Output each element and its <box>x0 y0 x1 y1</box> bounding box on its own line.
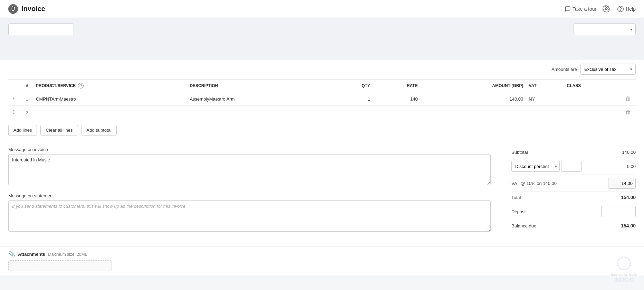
amounts-select-wrap: Exclusive of Tax Inclusive of Tax Tax Ex… <box>580 64 636 75</box>
row-num: 2 <box>21 106 33 119</box>
vat-row: VAT @ 10% on 140.00 <box>511 175 636 192</box>
header: ⏱ Invoice Take a tour Help <box>0 0 644 18</box>
col-vat: VAT <box>526 79 564 92</box>
discount-row: Discount percent Discount value 0.00 <box>511 158 636 175</box>
balance-due-value: 154.00 <box>621 223 636 228</box>
top-form-left <box>8 24 74 35</box>
help-label: Help <box>626 6 636 12</box>
help-icon <box>617 6 624 12</box>
delete-row-button[interactable]: 🗑 <box>623 95 633 103</box>
discount-select-wrap: Discount percent Discount value <box>511 161 560 172</box>
col-qty: QTY <box>333 79 373 92</box>
row-num: 1 <box>21 92 33 106</box>
header-left: ⏱ Invoice <box>8 4 45 14</box>
product-help-icon[interactable]: ? <box>78 83 84 88</box>
discount-value: 0.00 <box>627 164 636 169</box>
row-qty <box>333 106 373 119</box>
drag-handle[interactable]: ⠿ <box>11 96 17 102</box>
message-on-statement-input[interactable] <box>8 200 491 232</box>
invoice-table: # PRODUCT/SERVICE ? DESCRIPTION QTY RATE… <box>8 79 636 119</box>
row-vat: NY <box>526 92 564 106</box>
message-on-invoice-group: Message on invoice Interested in Music <box>8 147 491 186</box>
tour-icon <box>565 6 571 12</box>
col-num: # <box>21 79 33 92</box>
row-amount: 140.00 <box>421 92 526 106</box>
subtotal-value: 140.00 <box>622 150 636 155</box>
total-value: 154.00 <box>621 195 636 200</box>
col-product: PRODUCT/SERVICE ? <box>33 79 187 92</box>
col-amount: AMOUNT (GBP) <box>421 79 526 92</box>
bottom-section: Message on invoice Interested in Music M… <box>0 141 644 246</box>
top-form-right <box>574 24 636 35</box>
col-drag <box>8 79 21 92</box>
vat-label: VAT @ 10% on 140.00 <box>511 181 557 186</box>
bottom-left: Message on invoice Interested in Music M… <box>8 147 504 240</box>
customer-input[interactable] <box>8 24 74 35</box>
drag-handle[interactable]: ⠿ <box>11 110 17 115</box>
amounts-row: Amounts are Exclusive of Tax Inclusive o… <box>0 59 644 79</box>
invoice-logo-icon: ⏱ <box>8 4 18 14</box>
vat-input[interactable] <box>608 178 636 189</box>
deposit-label: Deposit <box>511 209 527 214</box>
discount-input[interactable] <box>561 161 582 172</box>
message-on-statement-label: Message on statement <box>8 193 491 198</box>
col-rate: RATE <box>373 79 421 92</box>
row-qty: 1 <box>333 92 373 106</box>
total-label: Total <box>511 195 521 200</box>
deposit-input[interactable] <box>601 206 636 217</box>
row-description <box>187 106 332 119</box>
col-description: DESCRIPTION <box>187 79 332 92</box>
attachment-drop-zone[interactable] <box>8 260 112 271</box>
table-section: # PRODUCT/SERVICE ? DESCRIPTION QTY RATE… <box>0 79 644 119</box>
row-rate <box>373 106 421 119</box>
attachments-max-size: Maximum size: 20MB <box>48 252 88 257</box>
header-right: Take a tour Help <box>565 5 636 13</box>
currency-select-wrap <box>574 24 636 35</box>
delete-row-button[interactable]: 🗑 <box>623 109 633 116</box>
col-delete <box>621 79 636 92</box>
total-row: Total 154.00 <box>511 192 636 203</box>
amounts-label: Amounts are <box>551 67 577 72</box>
message-on-invoice-input[interactable]: Interested in Music <box>8 154 491 185</box>
discount-select[interactable]: Discount percent Discount value <box>511 161 560 172</box>
attachments-header: 📎 Attachments Maximum size: 20MB <box>8 251 636 258</box>
row-class <box>564 92 621 106</box>
attachments-section: 📎 Attachments Maximum size: 20MB <box>0 246 644 275</box>
balance-due-row: Balance due 154.00 <box>511 220 636 231</box>
page-title: Invoice <box>21 5 45 13</box>
message-on-statement-group: Message on statement <box>8 193 491 233</box>
subtotal-row: Subtotal 140.00 <box>511 147 636 158</box>
top-form <box>0 18 644 59</box>
deposit-row: Deposit <box>511 203 636 220</box>
currency-select[interactable] <box>574 24 636 35</box>
row-amount <box>421 106 526 119</box>
clear-all-lines-button[interactable]: Clear all lines <box>40 125 78 135</box>
col-class: CLASS <box>564 79 621 92</box>
row-vat <box>526 106 564 119</box>
attachment-icon: 📎 <box>8 251 15 258</box>
balance-due-label: Balance due <box>511 223 536 228</box>
table-row: ⠿ 2 🗑 <box>8 106 636 119</box>
message-on-invoice-label: Message on invoice <box>8 147 491 152</box>
discount-left: Discount percent Discount value <box>511 161 582 172</box>
subtotal-label: Subtotal <box>511 150 528 155</box>
add-lines-button[interactable]: Add lines <box>8 125 37 135</box>
row-product: CMPNTArmMaestro <box>33 92 187 106</box>
amounts-select[interactable]: Exclusive of Tax Inclusive of Tax Tax Ex… <box>580 64 636 75</box>
row-description: AssemblyMaestro Arm <box>187 92 332 106</box>
row-product <box>33 106 187 119</box>
totals-section: Subtotal 140.00 Discount percent Discoun… <box>504 147 636 240</box>
take-a-tour-link[interactable]: Take a tour <box>565 6 596 12</box>
table-row: ⠿ 1 CMPNTArmMaestro AssemblyMaestro Arm … <box>8 92 636 106</box>
row-rate: 140 <box>373 92 421 106</box>
settings-icon[interactable] <box>603 5 611 13</box>
add-subtotal-button[interactable]: Add subtotal <box>81 125 117 135</box>
svg-point-0 <box>605 8 607 10</box>
help-button[interactable]: Help <box>617 6 636 12</box>
row-class <box>564 106 621 119</box>
action-buttons: Add lines Clear all lines Add subtotal <box>0 119 644 141</box>
attachments-label: Attachments <box>18 252 45 257</box>
